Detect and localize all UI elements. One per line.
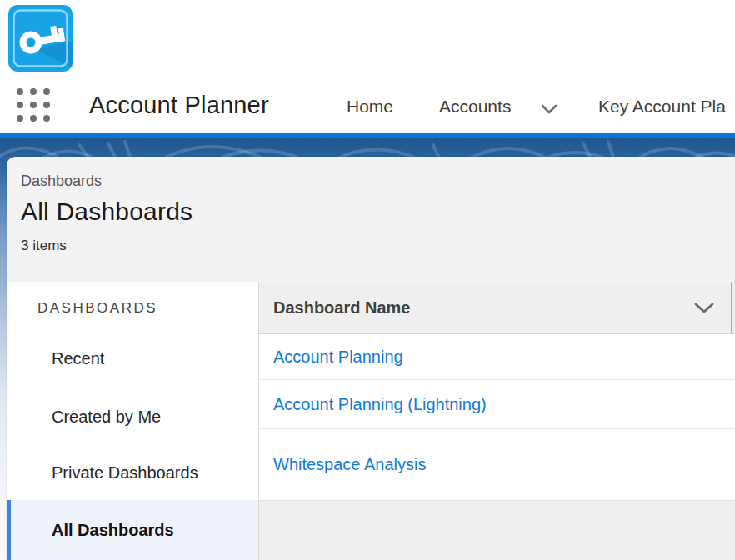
sidebar-item-label: Created by Me	[52, 408, 161, 427]
selected-indicator-bar	[7, 500, 11, 560]
nav-tab-accounts[interactable]: Accounts	[439, 97, 511, 117]
app-launcher-waffle-icon[interactable]	[17, 88, 50, 122]
dashboard-link[interactable]: Account Planning	[273, 348, 403, 367]
table-footer-area	[259, 500, 735, 560]
app-title: Account Planner	[89, 92, 269, 119]
list-panel: DASHBOARDS Recent Created by Me Private …	[7, 282, 735, 560]
sidebar-item-label: All Dashboards	[52, 521, 174, 540]
object-label: Dashboards	[21, 172, 735, 190]
nav-tab-home[interactable]: Home	[347, 97, 393, 117]
column-header-label: Dashboard Name	[273, 298, 411, 318]
dashboards-table: Dashboard Name Account Planning Account …	[259, 282, 735, 560]
column-header-dashboard-name[interactable]: Dashboard Name	[259, 282, 735, 334]
sidebar-heading: DASHBOARDS	[7, 282, 258, 329]
sidebar-item-created-by-me[interactable]: Created by Me	[7, 388, 258, 446]
sidebar-item-all-dashboards[interactable]: All Dashboards	[7, 500, 258, 560]
chevron-down-icon[interactable]	[541, 102, 558, 118]
sidebar-item-recent[interactable]: Recent	[7, 329, 258, 388]
table-row: Account Planning	[259, 334, 735, 380]
list-view-card: Dashboards All Dashboards 3 items DASHBO…	[7, 157, 735, 560]
item-count: 3 items	[21, 238, 735, 254]
sidebar-item-label: Recent	[52, 349, 104, 368]
table-row: Account Planning (Lightning)	[259, 380, 735, 429]
column-resize-divider[interactable]	[731, 282, 732, 333]
table-row: Whitespace Analysis	[259, 429, 735, 500]
sidebar-item-label: Private Dashboards	[52, 463, 198, 482]
sidebar-item-private-dashboards[interactable]: Private Dashboards	[7, 446, 258, 500]
global-navigation-bar: Account Planner Home Accounts Key Accoun…	[0, 0, 735, 133]
dashboard-link[interactable]: Whitespace Analysis	[273, 455, 426, 474]
page-title: All Dashboards	[21, 198, 735, 226]
nav-tab-key-account-plans[interactable]: Key Account Pla	[598, 97, 726, 117]
app-window: Account Planner Home Accounts Key Accoun…	[0, 0, 735, 560]
page-header: Dashboards All Dashboards 3 items	[7, 157, 735, 282]
dashboards-sidebar: DASHBOARDS Recent Created by Me Private …	[7, 282, 259, 560]
key-icon	[8, 5, 72, 72]
dashboard-link[interactable]: Account Planning (Lightning)	[273, 395, 487, 414]
chevron-down-icon[interactable]	[693, 302, 715, 318]
